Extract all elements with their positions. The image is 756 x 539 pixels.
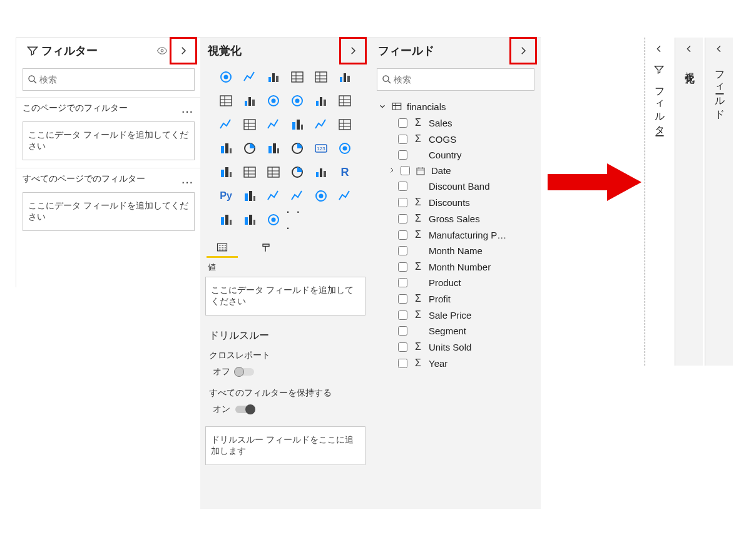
field-row[interactable]: Sale Price: [370, 307, 541, 323]
fields-search-input[interactable]: [392, 74, 530, 85]
field-checkbox[interactable]: [398, 230, 407, 240]
field-checkbox[interactable]: [398, 342, 407, 352]
viz-r-visual[interactable]: [310, 161, 332, 183]
field-row[interactable]: Units Sold: [370, 339, 541, 355]
field-checkbox[interactable]: [398, 198, 407, 207]
field-row[interactable]: Month Number: [370, 259, 541, 275]
table-row-financials[interactable]: financials: [370, 98, 541, 115]
collapse-fields-button[interactable]: [511, 38, 536, 63]
collapse-filters-button[interactable]: [171, 38, 196, 63]
field-row[interactable]: Profit: [370, 290, 541, 307]
viz-hundred-column[interactable]: [334, 66, 356, 88]
field-row[interactable]: Month Name: [370, 243, 541, 259]
field-row[interactable]: Product: [370, 275, 541, 290]
viz-matrix[interactable]: [286, 161, 309, 183]
viz-card[interactable]: 123: [310, 137, 332, 160]
field-checkbox[interactable]: [398, 214, 407, 223]
format-well-tab[interactable]: [250, 241, 282, 258]
viz-pie[interactable]: [286, 113, 309, 136]
viz-donut[interactable]: [310, 113, 332, 136]
expand-filters-button[interactable]: [645, 38, 673, 60]
field-checkbox[interactable]: [398, 311, 407, 320]
viz-clustered-bar[interactable]: [262, 66, 285, 88]
field-row[interactable]: Gross Sales: [370, 210, 541, 227]
filters-search[interactable]: [23, 68, 195, 91]
viz-r-script[interactable]: R: [334, 161, 356, 183]
field-checkbox[interactable]: [398, 135, 407, 144]
viz-table[interactable]: [262, 161, 285, 183]
viz-python[interactable]: Py: [215, 185, 237, 207]
viz-stacked-area[interactable]: [262, 90, 285, 112]
collapsed-viz-pane[interactable]: 視覚化: [675, 38, 703, 366]
viz-shape-map[interactable]: [262, 137, 285, 160]
viz-line[interactable]: [215, 90, 237, 112]
more-icon[interactable]: …: [181, 176, 195, 182]
viz-waterfall[interactable]: [215, 113, 237, 136]
field-row[interactable]: Segment: [370, 323, 541, 339]
field-checkbox[interactable]: [398, 359, 407, 368]
field-row[interactable]: Manufacturing P…: [370, 227, 541, 243]
more-icon[interactable]: …: [181, 105, 195, 111]
field-row[interactable]: Sales: [370, 115, 541, 131]
field-checkbox[interactable]: [398, 118, 407, 128]
field-checkbox[interactable]: [398, 262, 407, 272]
viz-multi-row-card[interactable]: [334, 137, 356, 160]
field-row[interactable]: Year: [370, 355, 541, 371]
field-checkbox[interactable]: [398, 326, 407, 336]
expand-viz-button[interactable]: [675, 38, 703, 60]
cross-report-toggle[interactable]: [235, 368, 254, 376]
fields-search[interactable]: [377, 68, 534, 91]
viz-paginated[interactable]: [310, 185, 332, 207]
viz-line-clustered-column[interactable]: [310, 90, 332, 112]
values-dropzone[interactable]: ここにデータ フィールドを追加してください: [205, 277, 365, 316]
field-checkbox[interactable]: [398, 246, 407, 255]
viz-gauge-arcgis[interactable]: [286, 137, 309, 160]
field-checkbox[interactable]: [398, 150, 407, 160]
field-name: Discount Band: [429, 181, 490, 192]
keep-all-toggle[interactable]: [235, 406, 254, 413]
all-pages-filters-dropzone[interactable]: ここにデータ フィールドを追加してください: [23, 192, 195, 231]
field-row[interactable]: COGS: [370, 131, 541, 147]
viz-key-influencers[interactable]: [238, 185, 261, 207]
viz-decomposition-tree[interactable]: [262, 185, 285, 207]
viz-more-visuals[interactable]: · · ·: [286, 208, 309, 231]
viz-ribbon[interactable]: [334, 90, 356, 112]
viz-power-apps[interactable]: [215, 208, 237, 231]
viz-slicer[interactable]: [238, 161, 261, 183]
viz-hundred-bar[interactable]: [310, 66, 332, 88]
viz-clustered-column[interactable]: [286, 66, 309, 88]
fields-well-tab[interactable]: [207, 241, 238, 258]
viz-filled-map[interactable]: [238, 137, 261, 160]
viz-map[interactable]: [215, 137, 237, 160]
chevron-right-icon[interactable]: [388, 165, 396, 176]
viz-kpi[interactable]: [215, 161, 237, 183]
eye-icon[interactable]: [153, 42, 171, 59]
drillthrough-dropzone[interactable]: ドリルスルー フィールドをここに追加します: [205, 426, 365, 465]
svg-rect-47: [316, 172, 319, 177]
viz-paginated-report-visual[interactable]: [262, 208, 285, 231]
field-checkbox[interactable]: [398, 294, 407, 304]
viz-area[interactable]: [238, 90, 261, 112]
field-row[interactable]: Discounts: [370, 194, 541, 210]
svg-point-62: [272, 218, 276, 222]
page-filters-dropzone[interactable]: ここにデータ フィールドを追加してください: [23, 121, 195, 160]
viz-stacked-column[interactable]: [238, 66, 261, 88]
field-row[interactable]: Country: [370, 147, 541, 163]
field-row[interactable]: Date: [370, 163, 541, 178]
collapsed-fields-pane[interactable]: フィールド: [705, 38, 733, 366]
viz-funnel[interactable]: [238, 113, 261, 136]
expand-fields-button[interactable]: [705, 38, 733, 60]
viz-line-stacked-column[interactable]: [286, 90, 309, 112]
viz-scatter[interactable]: [262, 113, 285, 136]
collapse-viz-button[interactable]: [340, 38, 365, 63]
viz-narrative[interactable]: [334, 185, 356, 207]
collapsed-filters-pane[interactable]: フィルター: [645, 38, 673, 366]
viz-power-automate[interactable]: [238, 208, 261, 231]
field-checkbox[interactable]: [398, 182, 407, 191]
field-row[interactable]: Discount Band: [370, 178, 541, 194]
field-checkbox[interactable]: [401, 166, 410, 175]
filters-search-input[interactable]: [38, 74, 190, 85]
field-checkbox[interactable]: [398, 278, 407, 287]
viz-treemap[interactable]: [334, 113, 356, 136]
viz-stacked-bar[interactable]: [215, 66, 237, 88]
